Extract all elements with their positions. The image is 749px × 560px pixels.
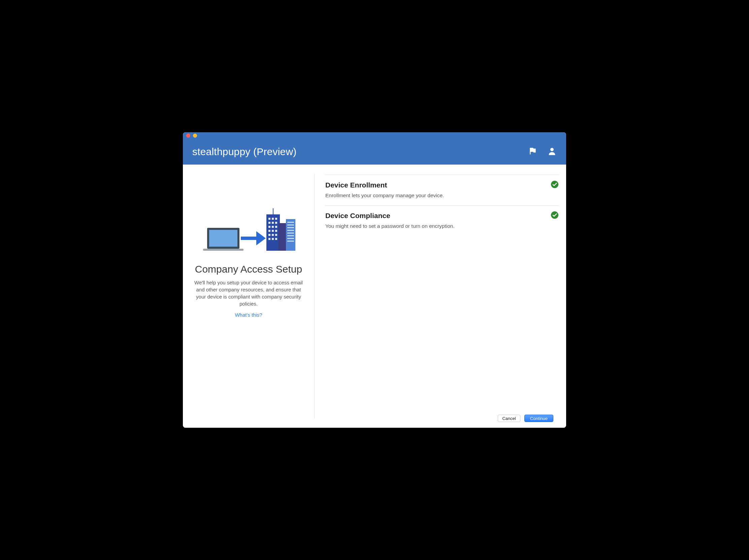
header-title: stealthpuppy (Preview) — [192, 146, 529, 157]
svg-rect-34 — [287, 241, 294, 242]
svg-point-36 — [551, 181, 558, 188]
svg-marker-5 — [256, 231, 266, 245]
content-area: Company Access Setup We'll help you setu… — [183, 164, 566, 428]
svg-rect-21 — [269, 234, 271, 236]
svg-rect-9 — [269, 218, 271, 220]
svg-rect-18 — [269, 230, 271, 232]
window-close-button[interactable] — [186, 134, 190, 138]
svg-rect-22 — [272, 234, 274, 236]
app-header: stealthpuppy (Preview) — [183, 139, 566, 164]
right-pane: Device Enrollment Enrollment lets your c… — [315, 164, 566, 428]
svg-point-37 — [551, 211, 558, 219]
company-access-illustration — [200, 208, 297, 259]
step-device-enrollment: Device Enrollment Enrollment lets your c… — [325, 175, 559, 205]
svg-rect-19 — [272, 230, 274, 232]
svg-rect-8 — [286, 219, 295, 251]
user-icon[interactable] — [547, 147, 557, 157]
svg-rect-4 — [241, 237, 256, 240]
svg-rect-30 — [287, 230, 294, 231]
svg-rect-2 — [209, 230, 237, 247]
svg-rect-20 — [275, 230, 277, 232]
svg-rect-32 — [287, 235, 294, 236]
svg-point-0 — [550, 148, 554, 151]
svg-rect-14 — [275, 222, 277, 224]
svg-rect-12 — [269, 222, 271, 224]
svg-rect-6 — [266, 215, 280, 251]
cancel-button[interactable]: Cancel — [498, 415, 520, 422]
checkmark-icon — [551, 211, 559, 220]
svg-rect-27 — [287, 222, 294, 223]
svg-rect-16 — [272, 226, 274, 228]
step-description: You might need to set a password or turn… — [325, 223, 559, 229]
header-icons — [529, 147, 557, 157]
svg-rect-11 — [275, 218, 277, 220]
step-device-compliance: Device Compliance You might need to set … — [325, 205, 559, 236]
window-minimize-button[interactable] — [193, 134, 197, 138]
step-title: Device Compliance — [325, 212, 559, 220]
setup-title: Company Access Setup — [189, 264, 308, 275]
svg-rect-29 — [287, 227, 294, 228]
footer: Cancel Continue — [325, 409, 559, 428]
svg-rect-15 — [269, 226, 271, 228]
svg-rect-25 — [272, 238, 274, 240]
setup-description: We'll help you setup your device to acce… — [192, 279, 305, 307]
svg-rect-10 — [272, 218, 274, 220]
svg-rect-23 — [275, 234, 277, 236]
svg-rect-26 — [275, 238, 277, 240]
checkmark-icon — [551, 180, 559, 190]
svg-rect-3 — [203, 249, 243, 251]
svg-rect-33 — [287, 238, 294, 239]
window-titlebar — [183, 132, 566, 139]
svg-rect-31 — [287, 232, 294, 233]
step-description: Enrollment lets your company manage your… — [325, 193, 559, 199]
svg-rect-17 — [275, 226, 277, 228]
whats-this-link[interactable]: What's this? — [235, 312, 262, 318]
continue-button[interactable]: Continue — [525, 415, 553, 422]
svg-rect-13 — [272, 222, 274, 224]
svg-rect-7 — [279, 223, 286, 251]
svg-rect-28 — [287, 224, 294, 225]
app-window: stealthpuppy (Preview) — [183, 132, 566, 428]
left-pane: Company Access Setup We'll help you setu… — [183, 164, 314, 428]
flag-icon[interactable] — [529, 147, 537, 157]
step-title: Device Enrollment — [325, 181, 559, 189]
svg-rect-24 — [269, 238, 271, 240]
